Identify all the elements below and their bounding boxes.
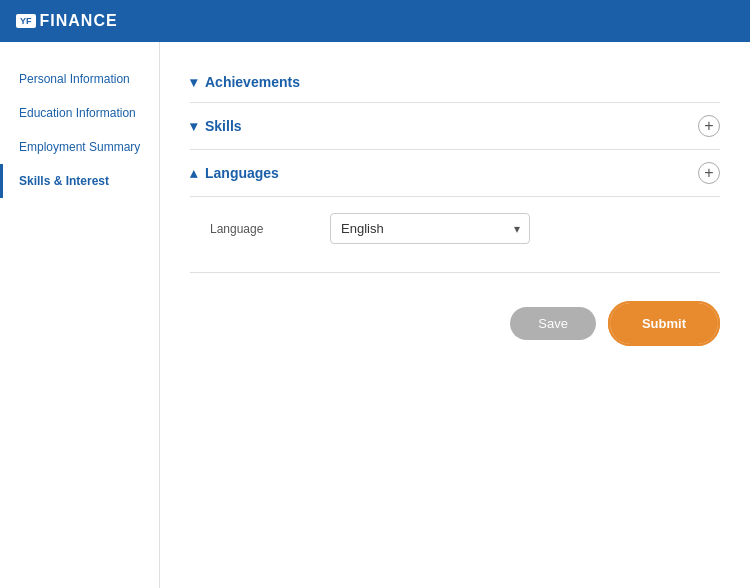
skills-add-icon[interactable]: +: [698, 115, 720, 137]
achievements-section-left: ▾ Achievements: [190, 74, 300, 90]
achievements-chevron-icon[interactable]: ▾: [190, 74, 197, 90]
language-field-row: Language English Spanish French German C…: [190, 197, 720, 252]
achievements-label: Achievements: [205, 74, 300, 90]
languages-chevron-icon[interactable]: ▴: [190, 165, 197, 181]
sidebar-item-skills-interest[interactable]: Skills & Interest: [0, 164, 159, 198]
skills-section: ▾ Skills +: [190, 103, 720, 150]
logo: YF FINANCE: [16, 12, 118, 30]
skills-label: Skills: [205, 118, 242, 134]
main-content: ▾ Achievements ▾ Skills + ▴ Languages + …: [160, 42, 750, 588]
header: YF FINANCE: [0, 0, 750, 42]
skills-chevron-icon[interactable]: ▾: [190, 118, 197, 134]
logo-text: FINANCE: [40, 12, 118, 30]
languages-section-left: ▴ Languages: [190, 165, 279, 181]
languages-add-icon[interactable]: +: [698, 162, 720, 184]
divider: [190, 272, 720, 273]
language-select-wrapper: English Spanish French German Chinese ▾: [330, 213, 530, 244]
submit-button[interactable]: Submit: [612, 305, 716, 342]
layout: Personal Information Education Informati…: [0, 42, 750, 588]
sidebar-item-education-information[interactable]: Education Information: [0, 96, 159, 130]
skills-section-left: ▾ Skills: [190, 118, 242, 134]
logo-box: YF: [16, 14, 36, 28]
language-select[interactable]: English Spanish French German Chinese: [330, 213, 530, 244]
sidebar: Personal Information Education Informati…: [0, 42, 160, 588]
languages-section: ▴ Languages +: [190, 150, 720, 197]
language-field-label: Language: [210, 222, 270, 236]
save-button[interactable]: Save: [510, 307, 596, 340]
submit-button-wrapper: Submit: [608, 301, 720, 346]
sidebar-item-employment-summary[interactable]: Employment Summary: [0, 130, 159, 164]
sidebar-item-personal-information[interactable]: Personal Information: [0, 62, 159, 96]
action-row: Save Submit: [190, 293, 720, 354]
languages-label: Languages: [205, 165, 279, 181]
achievements-section: ▾ Achievements: [190, 62, 720, 103]
